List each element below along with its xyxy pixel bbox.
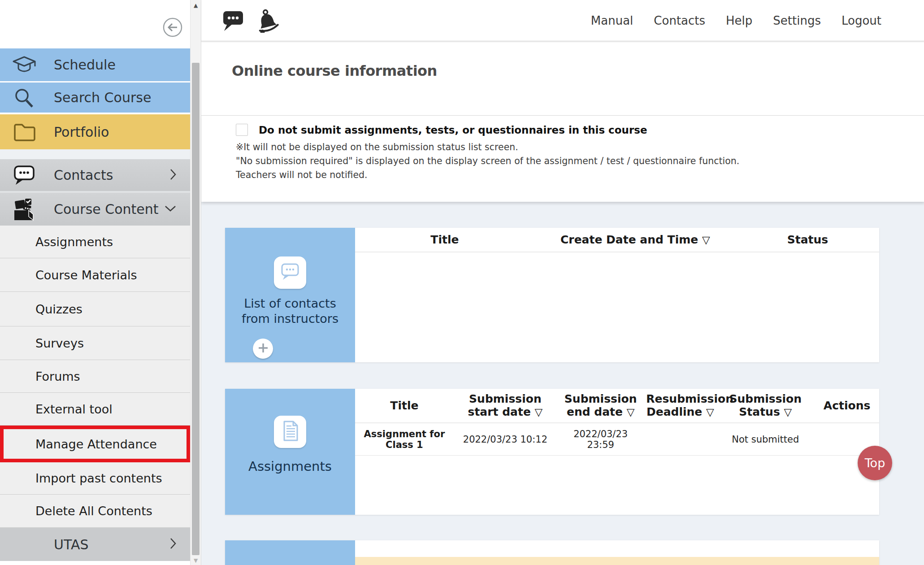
column-header-title: Title (355, 233, 534, 246)
notifications-bell-icon[interactable] (254, 9, 279, 33)
contacts-table: Title Create Date and Time ▽ Status (355, 228, 879, 362)
sidebar-subitem-label: Manage Attendance (35, 437, 157, 451)
assignment-title[interactable]: Assignment for Class 1 (355, 429, 454, 450)
sidebar-scrollbar[interactable]: ▲ ▼ (190, 0, 201, 565)
contacts-from-instructors-card: List of contacts from instructors Title … (225, 228, 879, 362)
sidebar-item-label: Schedule (54, 57, 116, 73)
sidebar-subitem-surveys[interactable]: Surveys (0, 326, 190, 360)
sidebar-divider (0, 149, 190, 159)
column-header-status: Status (736, 233, 879, 246)
sort-icon[interactable]: ▽ (702, 234, 710, 246)
chevron-right-icon (169, 537, 177, 552)
main-area: Manual Contacts Help Settings Logout Onl… (201, 0, 924, 565)
chevron-down-icon (164, 205, 177, 214)
scrollbar-up-arrow[interactable]: ▲ (191, 2, 201, 9)
do-not-submit-label: Do not submit assignments, tests, or que… (259, 124, 647, 136)
sidebar-subitem-label: Surveys (35, 336, 84, 350)
sidebar-item-course-content[interactable]: Course Content (0, 193, 190, 226)
speech-bubble-icon (279, 261, 301, 284)
notice-row-partial (355, 557, 879, 565)
sidebar-item-portfolio[interactable]: Portfolio (0, 114, 190, 149)
chat-bubble-icon (12, 164, 37, 187)
sidebar-subitem-forums[interactable]: Forums (0, 360, 190, 393)
graduation-cap-icon (12, 56, 37, 74)
sidebar-subitem-external-tool[interactable]: External tool (0, 393, 190, 426)
assignment-submission-end: 2022/03/23 23:59 (557, 429, 644, 450)
sidebar-subitem-quizzes[interactable]: Quizzes (0, 292, 190, 326)
contacts-card-panel: List of contacts from instructors (225, 228, 355, 362)
assignments-table: Title Submission start date ▽ Submission… (355, 389, 879, 515)
top-button-label: Top (865, 456, 885, 470)
assignment-row[interactable]: Assignment for Class 1 2022/03/23 10:12 … (355, 423, 879, 456)
assignments-card-panel: Assignments (225, 389, 355, 515)
sidebar-subitem-label: Delete All Contents (35, 504, 152, 518)
sidebar-subitem-label: Assignments (35, 235, 113, 249)
column-header-submission-start: Submission start date ▽ (454, 392, 557, 419)
option-notes: ※It will not be displayed on the submiss… (236, 143, 739, 184)
messages-icon[interactable] (222, 9, 244, 32)
sort-icon[interactable]: ▽ (784, 406, 792, 418)
sidebar-subitem-label: External tool (35, 402, 113, 416)
sort-icon[interactable]: ▽ (535, 406, 543, 418)
sort-icon[interactable]: ▽ (706, 406, 714, 418)
assignment-submission-start: 2022/03/23 10:12 (454, 434, 557, 445)
chevron-right-icon (169, 168, 177, 183)
note-line: "No submission required" is displayed on… (236, 156, 739, 166)
column-header-actions: Actions (815, 399, 879, 412)
sidebar-item-schedule[interactable]: Schedule (0, 48, 190, 83)
sidebar-item-label: Portfolio (54, 124, 109, 140)
sidebar-subitem-assignments[interactable]: Assignments (0, 226, 190, 258)
sidebar-subitem-import-past-contents[interactable]: Import past contents (0, 462, 190, 495)
next-card-table (355, 540, 879, 565)
contacts-panel-label: List of contacts from instructors (225, 296, 355, 326)
note-line: Teachers will not be notified. (236, 170, 739, 180)
page-title: Online course information (232, 62, 437, 79)
sidebar-subitem-delete-all-contents[interactable]: Delete All Contents (0, 495, 190, 528)
sidebar: Schedule Search Course Portfolio (0, 0, 190, 565)
sidebar-subitem-course-materials[interactable]: Course Materials (0, 258, 190, 292)
plus-icon (257, 342, 269, 356)
column-header-submission-status: Submission Status ▽ (716, 392, 815, 419)
contacts-tile (274, 256, 306, 289)
column-header-create-date: Create Date and Time ▽ (534, 233, 736, 247)
column-header-title: Title (355, 399, 454, 412)
nav-logout[interactable]: Logout (842, 14, 881, 27)
no-submission-option-section: Do not submit assignments, tests, or que… (201, 116, 924, 202)
do-not-submit-checkbox[interactable] (236, 124, 248, 136)
scrollbar-thumb[interactable] (192, 63, 200, 555)
nav-contacts[interactable]: Contacts (654, 14, 705, 27)
sidebar-item-label: Search Course (54, 90, 151, 105)
sidebar-item-search-course[interactable]: Search Course (0, 83, 190, 114)
sidebar-subitem-label: Forums (35, 369, 80, 383)
search-icon (12, 87, 37, 109)
course-content-box-icon (12, 198, 37, 221)
folder-icon (12, 122, 37, 142)
sidebar-item-label: Contacts (54, 167, 113, 183)
sidebar-subitem-label: Import past contents (35, 471, 162, 485)
sidebar-header (0, 0, 190, 48)
note-line: ※It will not be displayed on the submiss… (236, 143, 739, 152)
nav-help[interactable]: Help (726, 14, 752, 27)
sidebar-item-utas[interactable]: UTAS (0, 528, 190, 561)
column-header-submission-end: Submission end date ▽ (557, 392, 644, 419)
next-section-card-partial (225, 540, 879, 565)
nav-settings[interactable]: Settings (773, 14, 821, 27)
contacts-table-header: Title Create Date and Time ▽ Status (355, 228, 879, 252)
top-nav: Manual Contacts Help Settings Logout (591, 14, 881, 27)
sort-icon[interactable]: ▽ (627, 406, 635, 418)
assignments-card: Assignments Title Submission start date … (225, 389, 879, 515)
circle-back-arrow-icon (162, 31, 183, 39)
next-card-panel (225, 540, 355, 565)
nav-manual[interactable]: Manual (591, 14, 633, 27)
add-contact-button[interactable] (253, 339, 273, 359)
scrollbar-down-arrow[interactable]: ▼ (191, 557, 201, 564)
assignments-tile (274, 416, 306, 448)
sidebar-subitem-label: Quizzes (35, 302, 82, 316)
collapse-sidebar-button[interactable] (162, 17, 183, 38)
sidebar-item-contacts[interactable]: Contacts (0, 159, 190, 191)
scroll-to-top-button[interactable]: Top (858, 446, 892, 480)
column-header-resubmission-deadline: Resubmission Deadline ▽ (644, 392, 716, 419)
sidebar-subitem-manage-attendance-highlighted[interactable]: Manage Attendance (0, 426, 190, 462)
sidebar-item-label: UTAS (54, 537, 89, 552)
document-icon (280, 420, 300, 444)
